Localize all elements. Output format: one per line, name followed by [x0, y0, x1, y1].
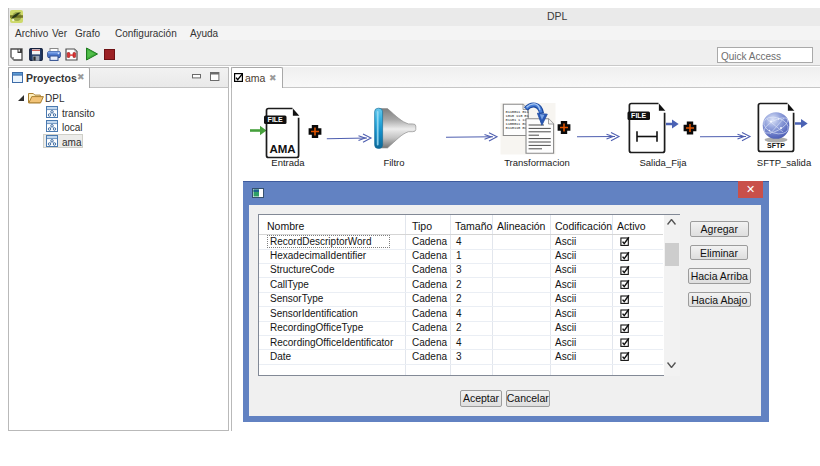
svg-text:SFTP_salida: SFTP_salida [757, 157, 812, 168]
svg-text:FILE: FILE [631, 112, 646, 119]
svg-text:Entrada: Entrada [271, 157, 305, 168]
svg-text:AMA: AMA [269, 143, 295, 155]
svg-text:FILE: FILE [268, 116, 283, 123]
svg-text:Filtro: Filtro [383, 157, 404, 168]
svg-text:Salida_Fija: Salida_Fija [640, 157, 688, 168]
svg-text:Transformacion: Transformacion [504, 157, 570, 168]
svg-text:SFTP: SFTP [767, 142, 785, 149]
